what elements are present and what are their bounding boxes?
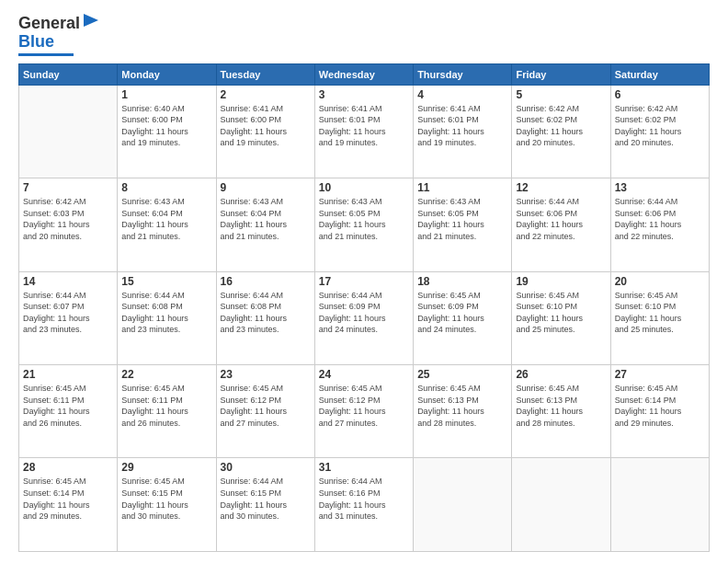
table-row: 18Sunrise: 6:45 AMSunset: 6:09 PMDayligh…	[414, 271, 512, 364]
day-number: 2	[221, 88, 311, 101]
day-number: 29	[121, 461, 211, 474]
col-friday: Friday	[512, 63, 610, 85]
logo-arrow-icon	[84, 14, 98, 30]
col-sunday: Sunday	[19, 63, 118, 85]
day-info: Sunrise: 6:43 AMSunset: 6:05 PMDaylight:…	[417, 196, 507, 242]
day-info: Sunrise: 6:42 AMSunset: 6:02 PMDaylight:…	[516, 103, 606, 149]
day-info: Sunrise: 6:44 AMSunset: 6:08 PMDaylight:…	[121, 290, 211, 336]
calendar-week-row: 21Sunrise: 6:45 AMSunset: 6:11 PMDayligh…	[19, 365, 710, 458]
col-thursday: Thursday	[414, 63, 512, 85]
calendar-header-row: Sunday Monday Tuesday Wednesday Thursday…	[19, 63, 710, 85]
table-row: 23Sunrise: 6:45 AMSunset: 6:12 PMDayligh…	[216, 365, 314, 458]
day-info: Sunrise: 6:45 AMSunset: 6:13 PMDaylight:…	[417, 383, 507, 429]
day-number: 8	[121, 181, 211, 194]
table-row: 28Sunrise: 6:45 AMSunset: 6:14 PMDayligh…	[19, 458, 118, 552]
table-row: 26Sunrise: 6:45 AMSunset: 6:13 PMDayligh…	[512, 365, 610, 458]
day-number: 28	[23, 461, 113, 474]
table-row: 24Sunrise: 6:45 AMSunset: 6:12 PMDayligh…	[314, 365, 413, 458]
col-tuesday: Tuesday	[216, 63, 314, 85]
day-number: 9	[221, 181, 311, 194]
table-row: 19Sunrise: 6:45 AMSunset: 6:10 PMDayligh…	[512, 271, 610, 364]
col-monday: Monday	[118, 63, 216, 85]
day-number: 12	[516, 181, 606, 194]
logo-general: General	[18, 15, 80, 33]
day-number: 21	[23, 368, 113, 381]
day-number: 11	[417, 181, 507, 194]
day-info: Sunrise: 6:45 AMSunset: 6:12 PMDaylight:…	[319, 383, 409, 429]
day-number: 5	[516, 88, 606, 101]
day-number: 1	[121, 88, 211, 101]
day-number: 23	[221, 368, 311, 381]
calendar-table: Sunday Monday Tuesday Wednesday Thursday…	[18, 63, 710, 552]
day-info: Sunrise: 6:45 AMSunset: 6:10 PMDaylight:…	[516, 290, 606, 336]
calendar-week-row: 1Sunrise: 6:40 AMSunset: 6:00 PMDaylight…	[19, 85, 710, 178]
day-number: 3	[319, 88, 409, 101]
table-row: 5Sunrise: 6:42 AMSunset: 6:02 PMDaylight…	[512, 85, 610, 178]
day-info: Sunrise: 6:45 AMSunset: 6:11 PMDaylight:…	[23, 383, 113, 429]
day-number: 30	[221, 461, 311, 474]
table-row	[512, 458, 610, 552]
day-info: Sunrise: 6:41 AMSunset: 6:01 PMDaylight:…	[319, 103, 409, 149]
day-number: 14	[23, 275, 113, 288]
day-info: Sunrise: 6:45 AMSunset: 6:13 PMDaylight:…	[516, 383, 606, 429]
day-info: Sunrise: 6:45 AMSunset: 6:11 PMDaylight:…	[121, 383, 211, 429]
day-info: Sunrise: 6:44 AMSunset: 6:15 PMDaylight:…	[221, 476, 311, 522]
table-row: 15Sunrise: 6:44 AMSunset: 6:08 PMDayligh…	[118, 271, 216, 364]
day-number: 18	[417, 275, 507, 288]
logo-blue: Blue	[18, 33, 54, 52]
svg-marker-0	[84, 14, 98, 27]
day-number: 31	[319, 461, 409, 474]
day-number: 27	[615, 368, 705, 381]
table-row: 21Sunrise: 6:45 AMSunset: 6:11 PMDayligh…	[19, 365, 118, 458]
day-number: 13	[615, 181, 705, 194]
day-number: 6	[615, 88, 705, 101]
page: General Blue Sunday Monday Tuesday	[0, 0, 728, 563]
day-number: 19	[516, 275, 606, 288]
day-info: Sunrise: 6:40 AMSunset: 6:00 PMDaylight:…	[121, 103, 211, 149]
table-row: 7Sunrise: 6:42 AMSunset: 6:03 PMDaylight…	[19, 178, 118, 271]
table-row: 9Sunrise: 6:43 AMSunset: 6:04 PMDaylight…	[216, 178, 314, 271]
day-number: 4	[417, 88, 507, 101]
table-row: 20Sunrise: 6:45 AMSunset: 6:10 PMDayligh…	[610, 271, 709, 364]
day-number: 16	[221, 275, 311, 288]
day-info: Sunrise: 6:44 AMSunset: 6:06 PMDaylight:…	[516, 196, 606, 242]
table-row: 16Sunrise: 6:44 AMSunset: 6:08 PMDayligh…	[216, 271, 314, 364]
table-row: 22Sunrise: 6:45 AMSunset: 6:11 PMDayligh…	[118, 365, 216, 458]
table-row: 3Sunrise: 6:41 AMSunset: 6:01 PMDaylight…	[314, 85, 413, 178]
table-row: 29Sunrise: 6:45 AMSunset: 6:15 PMDayligh…	[118, 458, 216, 552]
day-info: Sunrise: 6:44 AMSunset: 6:07 PMDaylight:…	[23, 290, 113, 336]
day-info: Sunrise: 6:45 AMSunset: 6:09 PMDaylight:…	[417, 290, 507, 336]
day-number: 20	[615, 275, 705, 288]
table-row: 10Sunrise: 6:43 AMSunset: 6:05 PMDayligh…	[314, 178, 413, 271]
day-info: Sunrise: 6:41 AMSunset: 6:01 PMDaylight:…	[417, 103, 507, 149]
calendar-week-row: 28Sunrise: 6:45 AMSunset: 6:14 PMDayligh…	[19, 458, 710, 552]
table-row: 17Sunrise: 6:44 AMSunset: 6:09 PMDayligh…	[314, 271, 413, 364]
day-info: Sunrise: 6:45 AMSunset: 6:12 PMDaylight:…	[221, 383, 311, 429]
table-row: 12Sunrise: 6:44 AMSunset: 6:06 PMDayligh…	[512, 178, 610, 271]
table-row: 30Sunrise: 6:44 AMSunset: 6:15 PMDayligh…	[216, 458, 314, 552]
day-info: Sunrise: 6:45 AMSunset: 6:15 PMDaylight:…	[121, 476, 211, 522]
day-info: Sunrise: 6:45 AMSunset: 6:14 PMDaylight:…	[23, 476, 113, 522]
table-row: 2Sunrise: 6:41 AMSunset: 6:00 PMDaylight…	[216, 85, 314, 178]
day-info: Sunrise: 6:42 AMSunset: 6:03 PMDaylight:…	[23, 196, 113, 242]
day-number: 25	[417, 368, 507, 381]
day-info: Sunrise: 6:41 AMSunset: 6:00 PMDaylight:…	[221, 103, 311, 149]
day-info: Sunrise: 6:43 AMSunset: 6:04 PMDaylight:…	[121, 196, 211, 242]
calendar-week-row: 14Sunrise: 6:44 AMSunset: 6:07 PMDayligh…	[19, 271, 710, 364]
table-row: 13Sunrise: 6:44 AMSunset: 6:06 PMDayligh…	[610, 178, 709, 271]
table-row: 6Sunrise: 6:42 AMSunset: 6:02 PMDaylight…	[610, 85, 709, 178]
day-number: 17	[319, 275, 409, 288]
table-row: 27Sunrise: 6:45 AMSunset: 6:14 PMDayligh…	[610, 365, 709, 458]
col-saturday: Saturday	[610, 63, 709, 85]
day-number: 26	[516, 368, 606, 381]
day-number: 24	[319, 368, 409, 381]
day-info: Sunrise: 6:42 AMSunset: 6:02 PMDaylight:…	[615, 103, 705, 149]
logo-underline	[18, 53, 74, 56]
table-row: 25Sunrise: 6:45 AMSunset: 6:13 PMDayligh…	[414, 365, 512, 458]
table-row: 1Sunrise: 6:40 AMSunset: 6:00 PMDaylight…	[118, 85, 216, 178]
calendar-week-row: 7Sunrise: 6:42 AMSunset: 6:03 PMDaylight…	[19, 178, 710, 271]
table-row	[414, 458, 512, 552]
header: General Blue	[18, 15, 710, 56]
day-info: Sunrise: 6:43 AMSunset: 6:05 PMDaylight:…	[319, 196, 409, 242]
col-wednesday: Wednesday	[314, 63, 413, 85]
